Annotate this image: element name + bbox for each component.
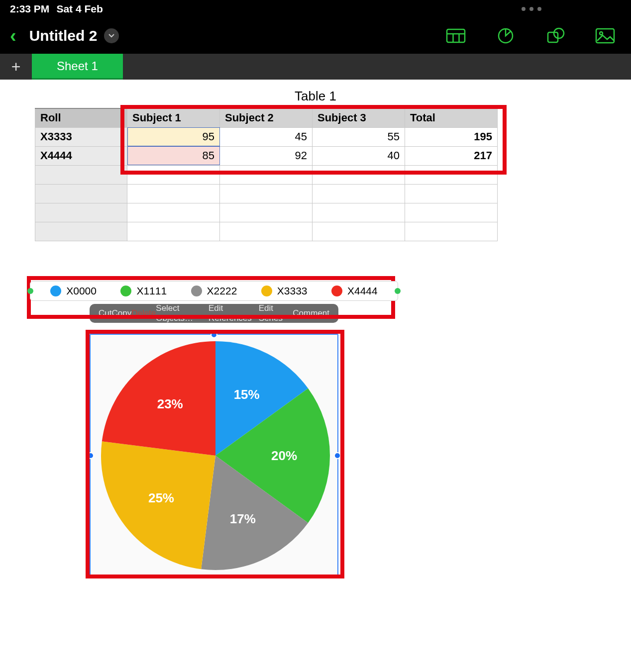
legend-label: X1111 xyxy=(136,285,167,297)
document-title[interactable]: Untitled 2 xyxy=(29,27,119,44)
table-icon[interactable] xyxy=(446,28,466,44)
svg-rect-7 xyxy=(596,29,614,43)
cell[interactable]: 85 xyxy=(127,146,220,165)
cell-roll[interactable]: X3333 xyxy=(35,127,127,146)
cell[interactable] xyxy=(127,222,220,241)
more-dots-icon[interactable] xyxy=(522,7,541,11)
col-header[interactable]: Subject 1 xyxy=(127,108,220,127)
col-header[interactable]: Subject 2 xyxy=(220,108,313,127)
svg-point-6 xyxy=(554,28,564,38)
table-row: X4444 85 92 40 217 xyxy=(35,146,498,165)
cell[interactable] xyxy=(127,184,220,203)
cell[interactable] xyxy=(405,165,498,184)
resize-handle-icon[interactable] xyxy=(87,452,94,459)
context-menu: Cut Copy Delete Select Objects… Edit Ref… xyxy=(90,304,338,323)
col-header[interactable]: Roll xyxy=(35,108,127,127)
menu-edit-series[interactable]: Edit Series xyxy=(259,303,293,323)
pie-chart-svg: 15%20%17%25%23% xyxy=(99,339,332,573)
legend-swatch xyxy=(331,286,342,296)
status-time: 2:33 PM xyxy=(10,3,49,15)
legend-item[interactable]: X0000 xyxy=(50,285,97,297)
menu-cut[interactable]: Cut xyxy=(99,308,111,318)
cell[interactable] xyxy=(35,184,127,203)
chart-legend[interactable]: X0000 X1111 X2222 X3333 X4444 xyxy=(30,281,398,301)
svg-point-8 xyxy=(600,32,603,35)
cell[interactable] xyxy=(35,203,127,222)
legend-item[interactable]: X4444 xyxy=(331,285,378,297)
legend-label: X4444 xyxy=(347,285,378,297)
legend-swatch xyxy=(191,286,202,296)
cell-roll[interactable]: X4444 xyxy=(35,146,127,165)
pie-slice-label: 20% xyxy=(271,448,297,463)
pie-chart[interactable]: 15%20%17%25%23% xyxy=(89,333,347,581)
cell[interactable]: 40 xyxy=(313,146,405,165)
col-header[interactable]: Total xyxy=(405,108,498,127)
sheet-tab-bar: + Sheet 1 xyxy=(0,54,631,80)
cell[interactable] xyxy=(35,222,127,241)
cell[interactable]: 92 xyxy=(220,146,313,165)
cell[interactable] xyxy=(220,222,313,241)
media-icon[interactable] xyxy=(595,28,615,44)
cell[interactable]: 95 xyxy=(127,127,220,146)
cell[interactable] xyxy=(405,184,498,203)
menu-select-objects[interactable]: Select Objects… xyxy=(156,303,209,323)
cell-total[interactable]: 217 xyxy=(405,146,498,165)
resize-handle-icon[interactable] xyxy=(334,452,341,459)
cell[interactable] xyxy=(220,165,313,184)
pie-slice-label: 15% xyxy=(234,387,260,402)
cell[interactable]: 45 xyxy=(220,127,313,146)
sheet-tab-label: Sheet 1 xyxy=(57,59,98,73)
legend-item[interactable]: X1111 xyxy=(120,285,167,297)
legend-label: X2222 xyxy=(207,285,237,297)
shape-icon[interactable] xyxy=(545,28,565,44)
legend-label: X3333 xyxy=(277,285,308,297)
sheet-tab-active[interactable]: Sheet 1 xyxy=(32,54,123,80)
legend-item[interactable]: X2222 xyxy=(191,285,237,297)
cell[interactable]: 55 xyxy=(313,127,405,146)
cell[interactable] xyxy=(313,222,405,241)
chart-icon[interactable] xyxy=(496,28,516,44)
menu-delete[interactable]: Delete xyxy=(131,308,156,318)
svg-rect-0 xyxy=(447,29,465,42)
cell[interactable] xyxy=(313,184,405,203)
back-icon[interactable]: ‹ xyxy=(10,26,16,45)
pie-slice[interactable] xyxy=(101,441,215,569)
table-row: X3333 95 45 55 195 xyxy=(35,127,498,146)
table-row xyxy=(35,222,498,241)
menu-comment[interactable]: Comment xyxy=(293,308,329,318)
table-title: Table 1 xyxy=(0,89,631,104)
add-sheet-button[interactable]: + xyxy=(0,54,32,80)
table-header-row: Roll Subject 1 Subject 2 Subject 3 Total xyxy=(35,108,498,127)
col-header[interactable]: Subject 3 xyxy=(313,108,405,127)
menu-edit-references[interactable]: Edit References xyxy=(209,303,259,323)
table-row xyxy=(35,184,498,203)
legend-swatch xyxy=(261,286,272,296)
spreadsheet-table[interactable]: Roll Subject 1 Subject 2 Subject 3 Total… xyxy=(35,108,498,241)
document-title-text: Untitled 2 xyxy=(29,27,98,44)
cell[interactable] xyxy=(127,203,220,222)
cell[interactable] xyxy=(313,203,405,222)
legend-swatch xyxy=(120,286,131,296)
title-bar: ‹ Untitled 2 xyxy=(0,18,631,54)
cell[interactable] xyxy=(127,165,220,184)
pie-slice-label: 17% xyxy=(230,511,256,526)
pie-slice-label: 23% xyxy=(157,396,183,411)
cell[interactable] xyxy=(405,203,498,222)
cell[interactable] xyxy=(220,184,313,203)
cell[interactable] xyxy=(405,222,498,241)
pie-slice-label: 25% xyxy=(148,490,174,505)
legend-item[interactable]: X3333 xyxy=(261,285,308,297)
chevron-down-icon[interactable] xyxy=(104,28,119,43)
menu-copy[interactable]: Copy xyxy=(111,308,131,318)
resize-handle-icon[interactable] xyxy=(210,331,217,338)
cell-total[interactable]: 195 xyxy=(405,127,498,146)
cell[interactable] xyxy=(220,203,313,222)
table-row xyxy=(35,165,498,184)
table-row xyxy=(35,203,498,222)
legend-label: X0000 xyxy=(66,285,97,297)
cell[interactable] xyxy=(35,165,127,184)
cell[interactable] xyxy=(313,165,405,184)
status-date: Sat 4 Feb xyxy=(56,3,103,15)
status-bar: 2:33 PM Sat 4 Feb xyxy=(0,0,631,18)
legend-swatch xyxy=(50,286,61,296)
